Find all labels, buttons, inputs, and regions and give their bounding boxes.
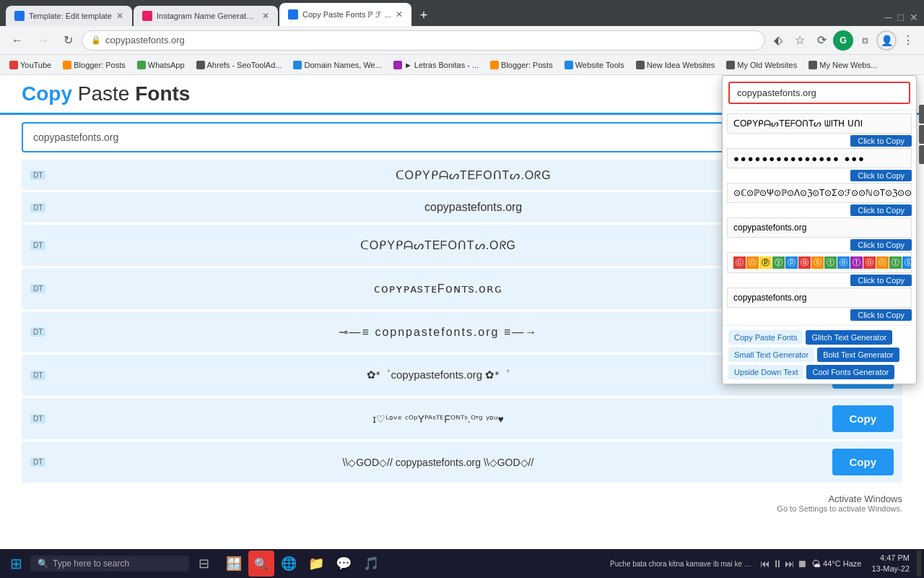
dropdown-link-small[interactable]: Small Text Generator (728, 348, 814, 362)
dropdown-right-icons: 📷 T ⚙ (919, 105, 924, 164)
dt-badge-3: DT (30, 241, 45, 250)
bookmark-domain[interactable]: Domain Names, We... (289, 59, 385, 71)
profile-btn[interactable]: G (833, 30, 853, 51)
tab-close-1[interactable]: ✕ (116, 11, 123, 21)
media-play[interactable]: ⏸ (772, 558, 783, 569)
media-stop[interactable]: ⏹ (797, 558, 807, 569)
address-bar[interactable]: 🔒 copypastefonts.org (82, 30, 765, 51)
new-tab-button[interactable]: + (413, 8, 435, 23)
browser-tab-2[interactable]: Instagram Name Generator ... ✕ (134, 6, 278, 26)
dropdown-font-display-5: ⓒⓞⓟⓨⓟⓐⓢⓣⓔⓕⓞⓝⓣⓢ ⓞⓡⓖ (727, 252, 912, 273)
dropdown-item-1: ᑕOᑭYᑭᗩᔕTEᖴOᑎTᔕ ᗯITᕼ ᑌᑎI Click to Copy (727, 113, 912, 147)
side-icon-translate[interactable]: T (919, 125, 924, 144)
bookmarks-bar: YouTube Blogger: Posts WhatsApp Ahrefs -… (0, 55, 924, 75)
bookmark-old-websites[interactable]: My Old Websites (723, 59, 801, 71)
bookmark-new-ideas[interactable]: New Idea Websites (632, 59, 719, 71)
bookmark-blogger-posts[interactable]: Blogger: Posts (59, 59, 129, 71)
dropdown-copy-3[interactable]: Click to Copy (850, 204, 912, 216)
address-bar-row: ← → ↻ 🔒 copypastefonts.org ⬖ ☆ ⟳ G ⧈ 👤 ⋮ (0, 26, 924, 55)
extensions-btn[interactable]: ⬖ (768, 30, 788, 51)
browser-tab-active[interactable]: Copy Paste Fonts ℙ ℱ ... ✕ (279, 3, 411, 26)
dropdown-link-glitch[interactable]: Glitch Text Generator (806, 330, 892, 345)
dropdown-copy-4[interactable]: Click to Copy (850, 239, 912, 251)
taskbar-start[interactable]: ⊞ (3, 551, 29, 577)
tab-close-3[interactable]: ✕ (396, 9, 403, 20)
taskbar-app-2[interactable]: 📁 (303, 551, 329, 577)
bookmark-btn[interactable]: ☆ (790, 30, 810, 51)
dt-badge-2: DT (30, 203, 45, 212)
extensions-puzzle[interactable]: ⧈ (855, 30, 875, 51)
bookmark-youtube[interactable]: YouTube (6, 59, 55, 71)
dropdown-item-2: ●●●●●●●●●●●●●●● ●●● Click to Copy (727, 148, 912, 181)
dropdown-link-upside-down[interactable]: Upside Down Text (728, 365, 803, 379)
dropdown-items-list: ᑕOᑭYᑭᗩᔕTEᖴOᑎTᔕ ᗯITᕼ ᑌᑎI Click to Copy ●●… (723, 111, 916, 325)
dropdown-copy-5[interactable]: Click to Copy (850, 275, 912, 286)
font-display-7: ɪ♡ᴸᵒᵛᵉ ᶜᴼᵖYᴾᴬˢᵀᴱFᴼᴺᵀˢ.ᴼʳᵍ ʸᵒᵘ♥ (53, 413, 823, 425)
dropdown-link-cool-fonts[interactable]: Cool Fonts Generator (806, 365, 894, 379)
dropdown-copy-1[interactable]: Click to Copy (850, 135, 912, 147)
taskbar-app-windows[interactable]: 🪟 (221, 551, 247, 577)
refresh-btn[interactable]: ⟳ (811, 30, 832, 51)
activate-title: Activate Windows (777, 493, 902, 504)
dt-badge-7: DT (30, 414, 45, 423)
taskbar-media-controls: ⏮ ⏸ ⏭ ⏹ (760, 558, 807, 569)
bookmark-website-tools[interactable]: Website Tools (561, 59, 628, 71)
dropdown-font-display-2: ●●●●●●●●●●●●●●● ●●● (727, 148, 912, 168)
browser-tab[interactable]: Template: Edit template ✕ (6, 6, 132, 26)
activate-windows: Activate Windows Go to Settings to activ… (777, 493, 902, 513)
taskbar-app-1[interactable]: 🌐 (276, 551, 302, 577)
close-btn[interactable]: ✕ (910, 12, 918, 23)
dropdown-font-display-3: ⊙ℂ⊙ℙ⊙Ψ⊙ℙ⊙Λ⊙ℨ⊙Τ⊙Σ⊙ℱ⊙⊙ℕ⊙Τ⊙ℨ⊙⊙ℂ⊙Γ⊙ (727, 183, 912, 203)
taskbar-clock[interactable]: 4:47 PM 13-May-22 (866, 553, 915, 575)
font-display-6: ✿*゜copypastefonts.org ✿*゜ (53, 368, 823, 382)
reload-button[interactable]: ↻ (58, 29, 79, 51)
font-row-8: DT \\◇GOD◇// copypastefonts.org \\◇GOD◇/… (22, 441, 902, 483)
dropdown-item-4: copypastefonts.org Click to Copy (727, 217, 912, 251)
forward-button[interactable]: → (32, 30, 55, 51)
dropdown-copy-2[interactable]: Click to Copy (850, 170, 912, 181)
media-next[interactable]: ⏭ (785, 558, 795, 569)
taskbar-app-search[interactable]: 🔍 (248, 551, 274, 577)
dropdown-copy-6[interactable]: Click to Copy (850, 309, 912, 321)
dropdown-font-display-1: ᑕOᑭYᑭᗩᔕTEᖴOᑎTᔕ ᗯITᕼ ᑌᑎI (727, 113, 912, 134)
account-icon[interactable]: 👤 (876, 30, 897, 51)
taskbar-app-3[interactable]: 💬 (331, 551, 357, 577)
taskbar-view-button[interactable]: ⊟ (191, 551, 217, 577)
font-display-3: ᑕOᑭYᑭᗩᔕTEᖴOᑎTᔕ.OᖇG (53, 238, 823, 252)
side-icon-camera[interactable]: 📷 (919, 105, 924, 124)
search-input[interactable] (23, 126, 783, 149)
bookmark-whatsapp[interactable]: WhatsApp (134, 59, 188, 71)
dt-badge-4: DT (30, 284, 45, 293)
taskbar-system-icons: 🌤 44°C Haze (808, 558, 864, 569)
menu-btn[interactable]: ⋮ (898, 30, 918, 51)
site-logo[interactable]: Copy Paste Fonts (22, 82, 190, 105)
show-desktop-btn[interactable] (917, 551, 921, 577)
taskbar-tray: Puche bata chora kitna kamave ib mai ke … (606, 560, 759, 568)
bookmark-letras[interactable]: ► Letras Bonitas - ... (390, 59, 482, 71)
tab-close-2[interactable]: ✕ (262, 11, 269, 21)
dropdown-item-5: ⓒⓞⓟⓨⓟⓐⓢⓣⓔⓕⓞⓝⓣⓢ ⓞⓡⓖ Click to Copy (727, 252, 912, 286)
font-display-4: ᴄᴏᴘʏᴘᴀsᴛᴇFᴏɴᴛs.ᴏʀɢ (53, 282, 823, 296)
bookmark-ahrefs[interactable]: Ahrefs - SeoToolAd... (193, 59, 286, 71)
maximize-btn[interactable]: □ (898, 12, 904, 23)
media-prev[interactable]: ⏮ (760, 558, 770, 569)
bookmark-new-websites[interactable]: My New Webs... (805, 59, 881, 71)
side-icon-settings[interactable]: ⚙ (919, 145, 924, 164)
dropdown-link-bold[interactable]: Bold Text Generator (817, 348, 899, 362)
bookmark-blogger2[interactable]: Blogger: Posts (487, 59, 557, 71)
dropdown-link-copy-paste-fonts[interactable]: Copy Paste Fonts (728, 330, 803, 345)
copy-btn-7[interactable]: Copy (832, 405, 894, 432)
page-content: Copy Paste Fonts Home Feedback ✕ DT ᑕOᑭY… (0, 75, 924, 549)
taskbar-search-box[interactable]: 🔍 Type here to search (30, 556, 189, 571)
minimize-btn[interactable]: ─ (885, 12, 892, 23)
dt-badge-6: DT (30, 371, 45, 380)
dropdown-search-input[interactable] (728, 82, 910, 104)
copy-btn-8[interactable]: Copy (832, 449, 894, 475)
font-row-7: DT ɪ♡ᴸᵒᵛᵉ ᶜᴼᵖYᴾᴬˢᵀᴱFᴼᴺᵀˢ.ᴼʳᵍ ʸᵒᵘ♥ Copy (22, 398, 902, 439)
taskbar: ⊞ 🔍 Type here to search ⊟ 🪟 🔍 🌐 📁 💬 🎵 Pu… (0, 549, 924, 578)
back-button[interactable]: ← (6, 30, 29, 51)
taskbar-app-4[interactable]: 🎵 (358, 551, 384, 577)
dt-badge-5: DT (30, 327, 45, 337)
toolbar-right: ⬖ ☆ ⟳ G ⧈ 👤 ⋮ (768, 30, 918, 51)
dropdown-font-display-6: copypastefonts.org (727, 288, 912, 308)
